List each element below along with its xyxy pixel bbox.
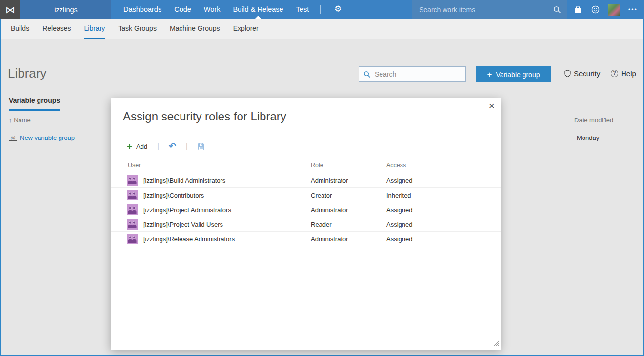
hub-navigation: Builds Releases Library Task Groups Mach… — [1, 19, 643, 39]
top-navigation-bar: ⋈ izzlings Dashboards Code Work Build & … — [0, 0, 644, 19]
nav-separator — [320, 5, 321, 14]
table-row[interactable]: [izzlings]\Project Valid Users Reader As… — [111, 217, 501, 232]
tab-variable-groups[interactable]: Variable groups — [9, 97, 60, 104]
security-button[interactable]: Security — [564, 69, 600, 78]
sort-ascending-icon: ↑ — [9, 117, 12, 124]
add-variable-group-label: Variable group — [496, 71, 540, 79]
user-name: [izzlings]\Contributors — [143, 192, 204, 199]
user-access: Assigned — [386, 221, 412, 228]
user-name: [izzlings]\Project Valid Users — [143, 221, 223, 228]
page-title: Library — [8, 66, 46, 81]
user-avatar[interactable] — [608, 4, 620, 16]
hub-library[interactable]: Library — [84, 19, 105, 39]
dialog-divider — [123, 135, 488, 135]
toolbar-separator: | — [186, 142, 188, 150]
library-search-input[interactable] — [371, 70, 465, 78]
toolbar-separator: | — [157, 142, 159, 150]
column-access: Access — [386, 162, 406, 169]
top-nav: Dashboards Code Work Build & Release Tes… — [123, 0, 309, 19]
work-item-search-box[interactable] — [412, 0, 567, 19]
hub-explorer[interactable]: Explorer — [233, 19, 259, 39]
logo-glyph: ⋈ — [5, 4, 15, 16]
add-plus-icon: + — [127, 141, 132, 151]
nav-build-release-label: Build & Release — [233, 5, 283, 13]
roles-table-header: User Role Access — [111, 162, 501, 172]
user-name: [izzlings]\Build Administrators — [143, 177, 225, 184]
user-access: Inherited — [386, 192, 411, 199]
user-role[interactable]: Reader — [311, 221, 332, 228]
undo-icon[interactable]: ↶ — [169, 141, 176, 151]
page-frame: Builds Releases Library Task Groups Mach… — [0, 19, 644, 356]
more-actions-icon[interactable]: ••• — [628, 4, 638, 16]
hub-task-groups[interactable]: Task Groups — [118, 19, 157, 39]
nav-code[interactable]: Code — [174, 0, 191, 19]
marketplace-bag-icon[interactable] — [574, 5, 582, 16]
user-role[interactable]: Administrator — [311, 177, 348, 184]
assign-security-roles-dialog: × Assign security roles for Library + Ad… — [111, 98, 501, 350]
user-name: [izzlings]\Release Administrators — [143, 236, 235, 243]
roles-table: [izzlings]\Build Administrators Administ… — [111, 173, 501, 246]
dialog-divider — [123, 158, 488, 158]
tab-active-underline — [9, 109, 60, 111]
active-hub-caret — [255, 16, 262, 19]
dialog-toolbar: + Add | ↶ | — [127, 139, 205, 154]
hub-builds[interactable]: Builds — [11, 19, 29, 39]
visual-studio-logo-icon[interactable]: ⋈ — [0, 0, 20, 19]
user-access: Assigned — [386, 177, 412, 184]
user-access: Assigned — [386, 206, 412, 214]
column-header-name[interactable]: ↑ Name — [9, 117, 31, 124]
variable-group-link[interactable]: New variable group — [20, 134, 75, 141]
user-name: [izzlings]\Project Administrators — [143, 206, 231, 214]
hub-machine-groups[interactable]: Machine Groups — [170, 19, 220, 39]
help-icon: ? — [611, 70, 618, 77]
library-search-box[interactable] — [359, 66, 466, 82]
table-row[interactable]: [izzlings]\Project Administrators Admini… — [111, 202, 501, 217]
group-icon — [127, 204, 138, 217]
nav-build-release[interactable]: Build & Release — [233, 0, 283, 19]
help-label: Help — [621, 69, 636, 78]
column-name-label: Name — [14, 117, 31, 124]
settings-gear-icon[interactable]: ⚙ — [334, 4, 342, 14]
add-label: Add — [136, 143, 147, 150]
search-icon[interactable] — [553, 6, 561, 14]
close-icon[interactable]: × — [489, 100, 495, 112]
save-icon[interactable] — [198, 143, 205, 150]
table-row[interactable]: [izzlings]\Contributors Creator Inherite… — [111, 188, 501, 202]
column-role: Role — [311, 162, 323, 169]
add-button[interactable]: + Add — [127, 141, 147, 151]
shield-icon — [564, 70, 571, 77]
user-access: Assigned — [386, 236, 412, 243]
nav-dashboards[interactable]: Dashboards — [123, 0, 161, 19]
group-icon — [127, 190, 138, 202]
user-role[interactable]: Creator — [311, 192, 332, 199]
add-variable-group-button[interactable]: + Variable group — [476, 66, 551, 82]
resize-grip[interactable] — [493, 339, 499, 348]
column-header-date-modified[interactable]: Date modified — [574, 117, 613, 124]
table-row[interactable]: [izzlings]\Build Administrators Administ… — [111, 173, 501, 188]
table-row[interactable]: [izzlings]\Release Administrators Admini… — [111, 232, 501, 246]
search-work-items-input[interactable] — [412, 6, 553, 14]
security-label: Security — [574, 69, 600, 78]
project-name[interactable]: izzlings — [20, 0, 111, 19]
feedback-smiley-icon[interactable] — [591, 5, 600, 16]
nav-test[interactable]: Test — [296, 0, 309, 19]
variable-group-date: Monday — [577, 134, 599, 141]
user-role[interactable]: Administrator — [311, 236, 348, 243]
group-icon — [127, 175, 138, 188]
group-icon — [127, 219, 138, 232]
group-icon — [127, 234, 138, 246]
search-icon — [363, 71, 371, 78]
nav-work[interactable]: Work — [204, 0, 221, 19]
plus-icon: + — [487, 70, 492, 79]
dialog-title: Assign security roles for Library — [123, 110, 286, 123]
variable-group-icon: (x) — [9, 135, 17, 141]
hub-releases[interactable]: Releases — [42, 19, 71, 39]
column-user: User — [128, 162, 141, 169]
user-role[interactable]: Administrator — [311, 206, 348, 214]
help-button[interactable]: ? Help — [611, 69, 636, 78]
